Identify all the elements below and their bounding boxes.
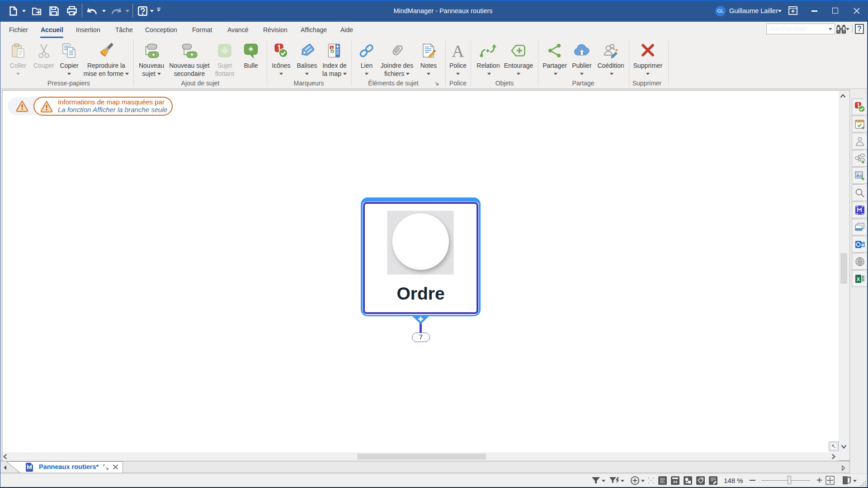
svg-text:A: A xyxy=(452,43,464,60)
svg-text:X: X xyxy=(857,276,860,282)
svg-text:24: 24 xyxy=(673,480,677,484)
